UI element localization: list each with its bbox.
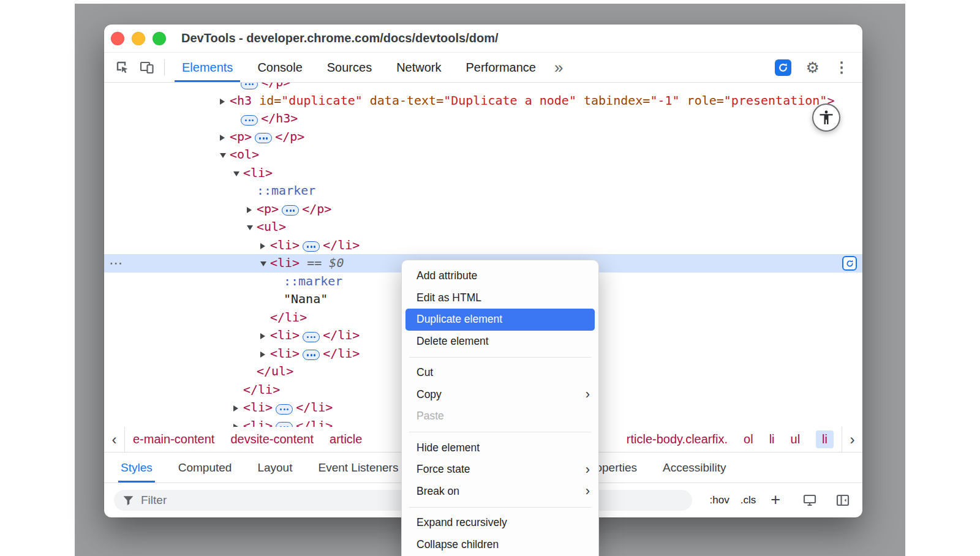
arrow-slot (233, 399, 243, 417)
more-actions-icon[interactable]: ⋯ (109, 254, 123, 272)
tab-computed[interactable]: Computed (178, 453, 232, 483)
expand-arrow-icon[interactable] (233, 405, 238, 411)
context-menu-item-add-attribute[interactable]: Add attribute (402, 265, 598, 287)
dom-token-val: "presentation" (724, 93, 827, 108)
collapse-arrow-icon[interactable] (247, 225, 253, 230)
dom-token-pseudo: ::marker (257, 183, 315, 198)
dom-token-attr: id= (252, 93, 281, 108)
expand-arrow-icon[interactable] (260, 351, 265, 358)
ellipsis-expand-button[interactable] (276, 422, 293, 427)
dom-tree-row[interactable]: </h3> (104, 110, 862, 128)
breadcrumb-item[interactable]: rticle-body.clearfix. (627, 432, 728, 446)
collapse-arrow-icon[interactable] (220, 153, 226, 158)
submenu-chevron-icon: › (586, 388, 590, 401)
breadcrumb-scroll-right-icon[interactable]: › (842, 427, 862, 452)
ellipsis-expand-button[interactable] (303, 332, 320, 342)
context-menu-item-copy[interactable]: Copy› (402, 384, 598, 406)
dom-tree-row[interactable]: <p></p> (104, 200, 862, 219)
tab-sources[interactable]: Sources (325, 53, 374, 82)
tab-performance[interactable]: Performance (464, 53, 539, 82)
breadcrumb-item[interactable]: article (330, 432, 362, 446)
close-button[interactable] (111, 32, 124, 45)
toggle-element-state-button[interactable]: :hov (710, 494, 729, 506)
kebab-menu-icon[interactable]: ⋮ (834, 60, 849, 75)
arrow-slot (247, 218, 257, 236)
arrow-slot (247, 200, 257, 219)
device-toolbar-icon[interactable] (135, 56, 159, 78)
tab-layout[interactable]: Layout (257, 453, 292, 483)
ellipsis-expand-button[interactable] (303, 350, 320, 360)
context-menu-item-collapse-children[interactable]: Collapse children (402, 534, 598, 556)
tab-event-listeners[interactable]: Event Listeners (318, 453, 398, 483)
tab-styles[interactable]: Styles (121, 453, 153, 483)
context-menu-item-hide-element[interactable]: Hide element (402, 437, 598, 459)
tab-network[interactable]: Network (394, 53, 443, 82)
ellipsis-expand-button[interactable] (241, 83, 258, 89)
breadcrumb-item[interactable]: ul (791, 432, 801, 446)
breadcrumb-item[interactable]: devsite-content (230, 432, 314, 446)
collapse-arrow-icon[interactable] (260, 261, 266, 266)
context-menu-item-expand-recursively[interactable]: Expand recursively (402, 512, 598, 534)
tab-accessibility[interactable]: Accessibility (663, 453, 726, 483)
breadcrumb-item[interactable]: ol (744, 432, 753, 446)
context-menu-item-cut[interactable]: Cut (402, 362, 598, 384)
toggle-sidebar-icon[interactable] (835, 493, 850, 508)
collapse-arrow-icon[interactable] (233, 171, 239, 176)
breadcrumb-item[interactable]: li (769, 432, 775, 446)
dom-tree-row[interactable]: <li></li> (104, 236, 862, 255)
settings-gear-icon[interactable]: ⚙ (806, 60, 820, 75)
new-style-rule-button[interactable]: + (771, 492, 780, 508)
expand-arrow-icon[interactable] (260, 333, 265, 339)
dom-token-tag: <li> (270, 328, 300, 342)
dom-tree-row[interactable]: <ul> (104, 218, 862, 236)
dom-token-tag: </li> (243, 382, 280, 397)
display-icon[interactable] (802, 493, 817, 508)
dom-token-tag: </p> (261, 83, 290, 89)
ellipsis-expand-button[interactable] (276, 404, 293, 415)
toolbar-right-group: ⚙ ⋮ (775, 59, 856, 76)
more-tabs-icon[interactable]: » (554, 59, 562, 75)
dom-token-tag: <li> (270, 238, 300, 252)
ellipsis-expand-button[interactable] (303, 241, 320, 252)
menu-divider (409, 507, 591, 508)
expand-arrow-icon[interactable] (247, 207, 252, 213)
context-menu-item-duplicate-element[interactable]: Duplicate element (405, 309, 595, 331)
expand-arrow-icon[interactable] (260, 243, 265, 249)
menu-item-label: Copy (417, 388, 442, 401)
zoom-button[interactable] (153, 32, 166, 45)
ellipsis-expand-button[interactable] (241, 115, 258, 126)
dom-token-attr: role= (680, 93, 724, 108)
tab-console[interactable]: Console (255, 53, 304, 82)
expand-arrow-icon[interactable] (220, 135, 225, 141)
menu-item-label: Add attribute (417, 269, 477, 282)
context-menu-item-delete-element[interactable]: Delete element (402, 331, 598, 353)
breadcrumb-item[interactable]: e-main-content (133, 432, 214, 446)
submenu-chevron-icon: › (586, 484, 590, 498)
sync-badge-icon[interactable] (842, 256, 857, 271)
dom-tree-row[interactable]: <ol> (104, 146, 862, 164)
dom-tree-row[interactable]: <li> (104, 164, 862, 182)
ellipsis-expand-button[interactable] (282, 205, 299, 216)
tab-elements[interactable]: Elements (179, 53, 235, 82)
toolbar-divider (164, 59, 165, 75)
dom-tree-row[interactable]: <h3 id="duplicate" data-text="Duplicate … (104, 92, 862, 110)
element-classes-button[interactable]: .cls (741, 494, 756, 506)
dom-tree-row[interactable]: </p> (104, 83, 862, 92)
ellipsis-expand-button[interactable] (255, 133, 272, 143)
context-menu-item-edit-as-html[interactable]: Edit as HTML (402, 287, 598, 309)
menu-item-label: Hide element (417, 441, 480, 454)
menu-item-label: Collapse children (417, 538, 499, 551)
menu-item-label: Expand recursively (417, 516, 507, 529)
breadcrumb-scroll-left-icon[interactable]: ‹ (104, 427, 125, 452)
dom-tree-row[interactable]: <p></p> (104, 128, 862, 146)
inspect-element-icon[interactable] (110, 56, 135, 78)
arrow-slot (220, 92, 230, 110)
dom-token-tag: <p> (230, 129, 252, 144)
dom-tree-row[interactable]: ::marker (104, 182, 862, 200)
expand-arrow-icon[interactable] (220, 99, 225, 105)
sync-icon[interactable] (775, 59, 791, 76)
breadcrumb-item-selected[interactable]: li (816, 430, 834, 448)
context-menu-item-break-on[interactable]: Break on› (402, 481, 598, 503)
context-menu-item-force-state[interactable]: Force state› (402, 459, 598, 481)
minimize-button[interactable] (132, 32, 145, 45)
